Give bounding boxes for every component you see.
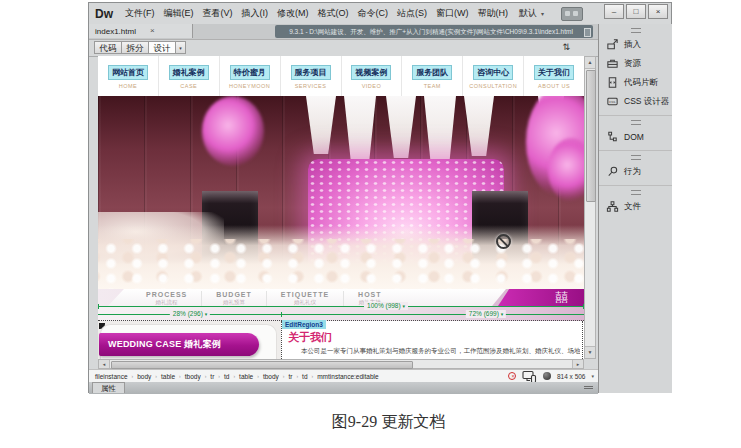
document-tab[interactable]: index1.html × (89, 24, 193, 38)
wedding-case-banner[interactable]: WEDDING CASE 婚礼案例 (99, 333, 259, 356)
panel-item-assets[interactable]: 资源 (599, 54, 672, 73)
horizontal-scroll-thumb[interactable] (111, 361, 413, 369)
menu-help[interactable]: 帮助(H) (478, 7, 509, 20)
menu-insert[interactable]: 插入(I) (242, 7, 269, 20)
horizontal-scrollbar[interactable]: ◂ ▸ (98, 359, 584, 369)
nav-item-consultation[interactable]: 咨询中心CONSULTATION (463, 56, 524, 96)
document-tab-bar: index1.html × 9.3.1 - D:\网站建设、开发、维护、推广+从… (89, 24, 671, 40)
properties-tab[interactable]: 属性 (92, 382, 125, 393)
view-dropdown-icon[interactable]: ▾ (175, 41, 186, 54)
css-designer-icon: css (606, 95, 619, 108)
chevron-down-icon: ▾ (541, 10, 544, 17)
code-view-button[interactable]: 代码 (94, 41, 122, 54)
tag-selector-item[interactable]: tr (288, 373, 292, 380)
tag-selector-bar: fileinstance› body› table› tbody› tr› td… (89, 369, 598, 382)
maximize-button[interactable]: □ (626, 4, 646, 19)
editable-region-label[interactable]: EditRegion3 (282, 320, 326, 329)
panel-item-files[interactable]: 文件 (599, 197, 672, 216)
editable-region[interactable]: EditRegion3 关于我们 本公司是一家专门从事婚礼策划与婚庆服务的专业公… (281, 321, 583, 359)
panel-item-behaviors[interactable]: 行为 (599, 162, 672, 181)
column-width-bar-right (281, 314, 584, 315)
window-controls: – □ × (604, 4, 668, 19)
tag-selector-item[interactable]: tbody (263, 373, 279, 380)
submenu-process[interactable]: PROCESS婚礼流程 (132, 291, 201, 306)
panel-item-dom[interactable]: DOM (599, 127, 672, 146)
nav-item-home[interactable]: 网站首页HOME (98, 56, 159, 96)
scroll-up-icon[interactable]: ▲ (585, 57, 595, 69)
design-canvas[interactable]: 网站首页HOME 婚礼案例CASE 特价蜜月HONEYMOON 服务项目SERV… (98, 56, 584, 359)
column-width-label-left[interactable]: 28% (296) ▾ (170, 310, 210, 318)
table-width-label[interactable]: 100% (998) ▾ (364, 302, 408, 310)
titlebar-badge-icon[interactable] (561, 7, 583, 21)
sub-menu: PROCESS婚礼流程 BUDGET婚礼预算 ETIQUETTE婚礼礼仪 HOS… (132, 291, 396, 306)
related-file-icon (584, 28, 591, 37)
minimize-button[interactable]: – (604, 4, 624, 19)
window-size-value[interactable]: 814 x 506 (557, 373, 586, 380)
tag-selector-item[interactable]: tbody (185, 373, 201, 380)
scroll-left-icon[interactable]: ◂ (99, 360, 110, 368)
tag-selector-item[interactable]: table (239, 373, 253, 380)
menu-view[interactable]: 查看(V) (203, 7, 233, 20)
menu-window[interactable]: 窗口(W) (436, 7, 469, 20)
nav-item-case[interactable]: 婚礼案例CASE (159, 56, 220, 96)
double-happiness-icon: 囍 (555, 289, 568, 306)
workspace-switcher[interactable]: 默认 ▾ (519, 7, 544, 20)
panel-item-insert[interactable]: 插入 (599, 35, 672, 54)
file-sync-icon[interactable]: ⇅ (562, 42, 570, 52)
menu-commands[interactable]: 命令(C) (358, 7, 389, 20)
about-paragraph[interactable]: 本公司是一家专门从事婚礼策划与婚庆服务的专业公司，工作范围涉及婚礼策划、婚庆礼仪… (288, 347, 580, 356)
menu-modify[interactable]: 修改(M) (277, 7, 309, 20)
scroll-down-icon[interactable]: ▼ (585, 346, 595, 358)
page: Dw 文件(F) 编辑(E) 查看(V) 插入(I) 修改(M) 格式(O) 命… (0, 0, 741, 448)
tab-close-icon[interactable]: × (150, 27, 155, 35)
submenu-budget[interactable]: BUDGET婚礼预算 (201, 291, 266, 306)
tag-selector-item[interactable]: td (224, 373, 229, 380)
tag-selector-item[interactable]: tr (210, 373, 214, 380)
sub-menu-strip: PROCESS婚礼流程 BUDGET婚礼预算 ETIQUETTE婚礼礼仪 HOS… (98, 289, 584, 306)
nav-item-services[interactable]: 服务项目SERVICES (281, 56, 342, 96)
svg-text:css: css (609, 99, 615, 104)
scroll-right-icon[interactable]: ▸ (572, 360, 583, 368)
device-preview-icon[interactable] (522, 370, 537, 383)
panel-item-snippets[interactable]: 代码片断 (599, 73, 672, 92)
menu-edit[interactable]: 编辑(E) (164, 7, 194, 20)
view-mode-buttons: 代码 拆分 设计 ▾ (94, 41, 186, 54)
menu-format[interactable]: 格式(O) (318, 7, 349, 20)
content-row: WEDDING CASE 婚礼案例 EditRegion3 关于我们 本公司是一… (98, 321, 584, 359)
panel-group-handle[interactable] (631, 190, 641, 195)
panel-group-handle[interactable] (631, 120, 641, 125)
submenu-etiquette[interactable]: ETIQUETTE婚礼礼仪 (266, 291, 343, 306)
tag-selector-item[interactable]: mmtinstance:editable (317, 373, 378, 380)
right-dock-panel: 插入 资源 代码片断 css CSS 设计器 DOM (598, 24, 672, 393)
about-heading[interactable]: 关于我们 (288, 330, 332, 345)
vertical-scroll-thumb[interactable] (586, 70, 596, 202)
tag-selector-item[interactable]: td (302, 373, 307, 380)
nav-item-about[interactable]: 关于我们ABOUT US (524, 56, 584, 96)
preview-globe-icon[interactable] (543, 372, 551, 380)
wedding-banner-image[interactable] (98, 96, 584, 289)
design-view-button[interactable]: 设计 (148, 41, 176, 54)
panel-item-css-designer[interactable]: css CSS 设计器 (599, 92, 672, 111)
nav-item-video[interactable]: 视频案例VIDEO (342, 56, 403, 96)
flower-cluster (202, 96, 264, 166)
split-view-button[interactable]: 拆分 (121, 41, 149, 54)
menu-site[interactable]: 站点(S) (397, 7, 427, 20)
vertical-scrollbar[interactable]: ▲ ▼ (584, 56, 596, 359)
nav-item-team[interactable]: 服务团队TEAM (402, 56, 463, 96)
panel-group-handle[interactable] (631, 28, 641, 33)
left-cell[interactable]: WEDDING CASE 婚礼案例 (98, 321, 281, 359)
close-button[interactable]: × (648, 4, 668, 19)
tag-selector-item[interactable]: fileinstance (95, 373, 128, 380)
column-width-label-right[interactable]: 72% (699) ▾ (466, 310, 506, 318)
tag-selector-item[interactable]: table (161, 373, 175, 380)
table-width-bar (98, 306, 584, 307)
error-check-icon[interactable]: × (508, 372, 516, 380)
panel-group-handle[interactable] (631, 155, 641, 160)
tag-selector-item[interactable]: body (137, 373, 151, 380)
window-size-dropdown-icon[interactable]: ▾ (591, 373, 594, 379)
site-nav-row: 网站首页HOME 婚礼案例CASE 特价蜜月HONEYMOON 服务项目SERV… (98, 56, 584, 96)
assets-icon (606, 57, 619, 70)
panel-menu-icon[interactable] (584, 386, 593, 387)
nav-item-honeymoon[interactable]: 特价蜜月HONEYMOON (220, 56, 281, 96)
menu-file[interactable]: 文件(F) (125, 7, 155, 20)
